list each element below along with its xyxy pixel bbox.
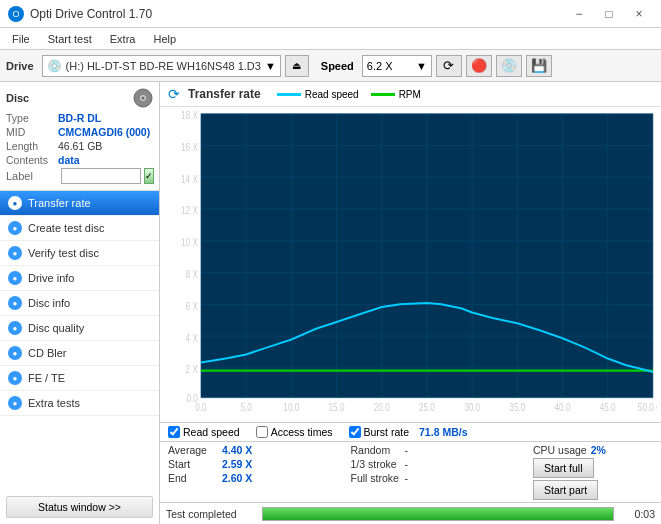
svg-text:40.0: 40.0 [555,401,571,413]
chart-svg: 18 X 16 X 14 X 12 X 10 X 8 X 6 X 4 X 2 X… [164,111,657,422]
start-part-row: Start part [533,480,653,500]
start-label: Start [168,458,218,470]
nav-create-test-disc-label: Create test disc [28,222,104,234]
cpu-label: CPU usage [533,444,587,456]
end-label: End [168,472,218,484]
nav-drive-info-label: Drive info [28,272,74,284]
cpu-value: 2% [591,444,606,456]
menu-file[interactable]: File [4,31,38,47]
checkbox-access-times[interactable] [256,426,268,438]
speed-label: Speed [321,60,354,72]
label-apply-button[interactable]: ✓ [144,168,154,184]
nav-drive-info[interactable]: ● Drive info [0,266,159,291]
legend-rpm-label: RPM [399,89,421,100]
svg-text:12 X: 12 X [181,204,198,216]
nav-transfer-rate-label: Transfer rate [28,197,91,209]
nav-cd-bler[interactable]: ● CD Bler [0,341,159,366]
fe-te-icon: ● [8,371,22,385]
drive-info-icon: ● [8,271,22,285]
disc-panel-icon [133,88,153,108]
drive-select[interactable]: 💿 (H:) HL-DT-ST BD-RE WH16NS48 1.D3 ▼ [42,55,281,77]
sidebar-nav: ● Transfer rate ● Create test disc ● Ver… [0,191,159,490]
status-window-button[interactable]: Status window >> [6,496,153,518]
label-input[interactable] [61,168,141,184]
progress-label: Test completed [166,508,256,520]
random-row: Random - [351,444,534,456]
nav-fe-te-label: FE / TE [28,372,65,384]
disc-mid-label: MID [6,126,58,138]
burst-rate-value: 71.8 MB/s [419,426,467,438]
disc-mid-row: MID CMCMAGDI6 (000) [6,126,153,138]
start-part-button[interactable]: Start part [533,480,598,500]
fullstroke-value: - [405,472,409,484]
legend-read-speed-color [277,93,301,96]
checkbox-access-times-label[interactable]: Access times [256,426,333,438]
eject-button[interactable]: ⏏ [285,55,309,77]
svg-text:4 X: 4 X [186,331,199,343]
speed-select[interactable]: 6.2 X ▼ [362,55,432,77]
nav-extra-tests[interactable]: ● Extra tests [0,391,159,416]
svg-point-2 [142,97,145,100]
svg-text:8 X: 8 X [186,268,199,280]
checkbox-read-speed-label[interactable]: Read speed [168,426,240,438]
main-area: Disc Type BD-R DL MID CMCMAGDI6 (000) Le… [0,82,661,524]
nav-cd-bler-label: CD Bler [28,347,67,359]
nav-verify-test-disc[interactable]: ● Verify test disc [0,241,159,266]
data-col-1: Average 4.40 X Start 2.59 X End 2.60 X [168,444,351,500]
nav-disc-info[interactable]: ● Disc info [0,291,159,316]
nav-disc-quality-label: Disc quality [28,322,84,334]
disc-contents-label: Contents [6,154,58,166]
title-bar-left: O Opti Drive Control 1.70 [8,6,152,22]
chart-container: 18 X 16 X 14 X 12 X 10 X 8 X 6 X 4 X 2 X… [160,107,661,422]
disc-type-value: BD-R DL [58,112,101,124]
start-full-row: Start full [533,458,653,478]
title-bar: O Opti Drive Control 1.70 − □ × [0,0,661,28]
legend-rpm-color [371,93,395,96]
legend-rpm: RPM [371,89,421,100]
menu-help[interactable]: Help [145,31,184,47]
close-button[interactable]: × [625,4,653,24]
svg-text:18 X: 18 X [181,111,198,121]
svg-text:50.0 GB: 50.0 GB [638,401,657,413]
refresh-button[interactable]: ⟳ [436,55,462,77]
disc-button[interactable]: 💿 [496,55,522,77]
save-button[interactable]: 💾 [526,55,552,77]
checkbox-access-times-text: Access times [271,426,333,438]
stats-checkboxes-row: Read speed Access times Burst rate 71.8 … [160,422,661,441]
minimize-button[interactable]: − [565,4,593,24]
svg-text:5.0: 5.0 [240,401,251,413]
svg-text:6 X: 6 X [186,300,199,312]
cpu-row: CPU usage 2% [533,444,653,456]
nav-create-test-disc[interactable]: ● Create test disc [0,216,159,241]
nav-fe-te[interactable]: ● FE / TE [0,366,159,391]
speed-value: 6.2 X [367,60,393,72]
nav-transfer-rate[interactable]: ● Transfer rate [0,191,159,216]
progress-time: 0:03 [620,508,655,520]
app-title: Opti Drive Control 1.70 [30,7,152,21]
disc-info-panel: Disc Type BD-R DL MID CMCMAGDI6 (000) Le… [0,82,159,191]
burn-button[interactable]: 🔴 [466,55,492,77]
checkbox-burst-rate-label[interactable]: Burst rate [349,426,410,438]
data-col-2: Random - 1/3 stroke - Full stroke - [351,444,534,500]
svg-text:14 X: 14 X [181,173,198,185]
checkbox-burst-rate[interactable] [349,426,361,438]
menu-extra[interactable]: Extra [102,31,144,47]
start-full-button[interactable]: Start full [533,458,594,478]
nav-verify-test-disc-label: Verify test disc [28,247,99,259]
svg-text:0.0: 0.0 [195,401,206,413]
svg-text:15.0: 15.0 [329,401,345,413]
start-row: Start 2.59 X [168,458,351,470]
checkbox-read-speed[interactable] [168,426,180,438]
menu-start-test[interactable]: Start test [40,31,100,47]
app-icon: O [8,6,24,22]
stroke-row: 1/3 stroke - [351,458,534,470]
average-label: Average [168,444,218,456]
disc-length-value: 46.61 GB [58,140,102,152]
drive-select-text: (H:) HL-DT-ST BD-RE WH16NS48 1.D3 [66,60,261,72]
nav-disc-quality[interactable]: ● Disc quality [0,316,159,341]
svg-text:2 X: 2 X [186,363,199,375]
maximize-button[interactable]: □ [595,4,623,24]
verify-test-disc-icon: ● [8,246,22,260]
stroke-value: - [405,458,409,470]
chart-icon: ⟳ [168,86,180,102]
